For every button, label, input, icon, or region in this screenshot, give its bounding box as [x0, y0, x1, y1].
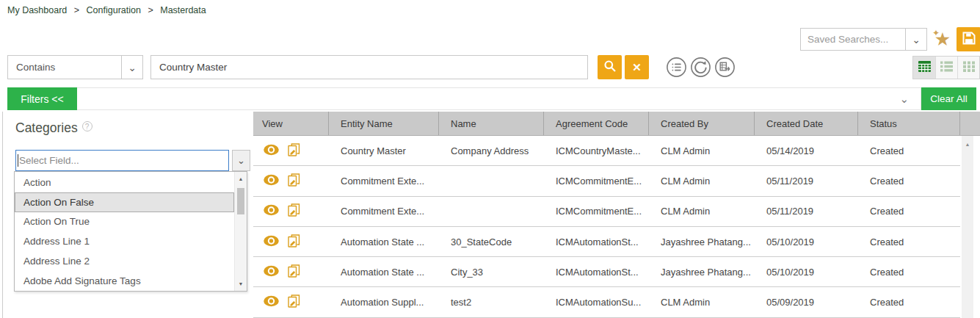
applied-filters-area: ⌄ — [77, 87, 921, 110]
view-mode-toggle — [912, 56, 980, 79]
sparkle-icon: ✦ — [932, 28, 940, 38]
category-option[interactable]: Action On True — [15, 212, 234, 232]
cell-created-by: Jayashree Phatang... — [649, 236, 755, 247]
edit-record-button[interactable] — [287, 173, 301, 189]
cell-status: Created — [858, 236, 960, 247]
cell-created-by: CLM Admin — [649, 297, 755, 308]
cell-name: Company Address — [439, 145, 544, 156]
view-record-button[interactable] — [263, 144, 280, 158]
category-option[interactable]: Action — [15, 173, 234, 192]
cell-status: Created — [858, 145, 960, 156]
list-circle-icon — [666, 69, 687, 80]
cell-created-date: 05/09/2019 — [755, 297, 858, 308]
cell-status: Created — [858, 206, 960, 217]
cell-created-by: Jayashree Phatang... — [649, 267, 755, 278]
category-option[interactable]: Address Line 2 — [15, 251, 234, 271]
scroll-up-icon[interactable]: ▲ — [235, 176, 247, 181]
scroll-down-icon[interactable]: ▼ — [235, 281, 247, 286]
column-header-created-by[interactable]: Created By — [649, 112, 755, 135]
export-excel-button[interactable] — [714, 57, 736, 78]
breadcrumb-configuration[interactable]: Configuration — [87, 5, 141, 15]
column-header-agreement-code[interactable]: Agreement Code — [544, 112, 649, 135]
favorite-search-button[interactable]: ★ ✦ — [930, 28, 955, 51]
category-option[interactable]: Action On False — [15, 192, 234, 212]
category-option[interactable]: Adobe Add Signature Tags — [15, 271, 234, 291]
edit-record-button[interactable] — [287, 294, 301, 311]
grid-view-icon — [963, 61, 975, 74]
row-actions-cell — [253, 294, 329, 311]
edit-pages-icon — [287, 203, 301, 220]
edit-pages-icon — [287, 264, 301, 281]
edit-record-button[interactable] — [287, 234, 301, 250]
view-record-button[interactable] — [263, 174, 280, 188]
view-record-button[interactable] — [263, 295, 280, 309]
search-icon — [603, 59, 617, 75]
edit-record-button[interactable] — [287, 203, 301, 220]
filters-toggle-button[interactable]: Filters << — [7, 87, 77, 110]
column-header-status[interactable]: Status — [858, 112, 960, 135]
search-query-input[interactable] — [150, 55, 588, 79]
eye-icon — [263, 295, 280, 309]
saved-search-toolbar: ⌄ ★ ✦ — [800, 27, 980, 51]
search-operator-select[interactable]: Contains ⌄ — [7, 55, 143, 79]
edit-record-button[interactable] — [287, 142, 301, 159]
categories-title: Categories — [15, 120, 78, 136]
category-option[interactable]: Address Line 1 — [15, 231, 234, 251]
select-field-placeholder: Select Field... — [18, 155, 79, 166]
filter-chevron-down-icon[interactable]: ⌄ — [899, 93, 909, 106]
cell-created-date: 05/10/2019 — [755, 236, 858, 247]
search-button[interactable] — [598, 55, 622, 79]
table-scrollbar[interactable]: ▲ — [962, 136, 973, 318]
row-actions-cell — [253, 264, 329, 281]
column-header-created-date[interactable]: Created Date — [755, 112, 858, 135]
help-icon[interactable]: ? — [82, 121, 92, 131]
list-view-button[interactable] — [935, 57, 957, 79]
eye-icon — [263, 174, 280, 188]
table-header: View Entity Name Name Agreement Code Cre… — [253, 112, 980, 136]
column-header-view[interactable]: View — [253, 112, 329, 135]
column-header-entity-name[interactable]: Entity Name — [329, 112, 439, 135]
row-actions-cell — [253, 203, 329, 220]
cell-agreement-code: ICMCommitmentE... — [544, 176, 649, 187]
breadcrumb-masterdata[interactable]: Masterdata — [160, 5, 206, 15]
table-row: Automation State ... City_33 ICMAutomati… — [253, 257, 960, 287]
row-actions-cell — [253, 173, 329, 189]
row-actions-cell — [253, 142, 329, 159]
field-chevron-down-icon[interactable]: ⌄ — [232, 150, 250, 171]
saved-searches-input[interactable] — [801, 29, 905, 50]
cell-created-by: CLM Admin — [649, 145, 755, 156]
select-columns-button[interactable] — [666, 57, 687, 78]
scrollbar-thumb[interactable] — [237, 188, 244, 214]
saved-searches-chevron-down-icon[interactable]: ⌄ — [905, 29, 926, 50]
breadcrumb-my-dashboard[interactable]: My Dashboard — [7, 5, 67, 15]
eye-icon — [263, 144, 280, 158]
view-record-button[interactable] — [263, 235, 280, 249]
save-search-button[interactable] — [957, 27, 980, 51]
close-icon: ✕ — [632, 61, 642, 74]
clear-all-filters-button[interactable]: Clear All — [921, 87, 976, 110]
cell-agreement-code: ICMCommitmentE... — [544, 206, 649, 217]
table-scroll-up-icon[interactable]: ▲ — [962, 142, 973, 147]
cell-agreement-code: ICMAutomationSu... — [544, 297, 649, 308]
cell-entity-name: Country Master — [329, 145, 439, 156]
edit-record-button[interactable] — [287, 264, 301, 281]
table-view-button[interactable] — [913, 57, 935, 79]
column-header-filler — [960, 112, 980, 135]
masterdata-page: My Dashboard > Configuration > Masterdat… — [0, 0, 980, 318]
clear-search-button[interactable]: ✕ — [625, 55, 649, 79]
select-field-input[interactable]: Select Field... — [15, 150, 229, 171]
grid-actions — [666, 57, 736, 78]
cell-created-date: 05/11/2019 — [755, 176, 858, 187]
refresh-button[interactable] — [690, 57, 711, 78]
cell-entity-name: Commitment Exte... — [329, 176, 439, 187]
view-record-button[interactable] — [263, 204, 280, 218]
breadcrumb-separator: > — [74, 5, 79, 15]
column-header-name[interactable]: Name — [439, 112, 544, 135]
view-record-button[interactable] — [263, 265, 280, 279]
eye-icon — [263, 204, 280, 218]
grid-view-button[interactable] — [957, 57, 979, 79]
dropdown-scrollbar[interactable]: ▲ ▼ — [234, 172, 247, 291]
table-row: Country Master Company Address ICMCountr… — [253, 136, 960, 166]
breadcrumb: My Dashboard > Configuration > Masterdat… — [7, 5, 206, 15]
cell-name: City_33 — [439, 267, 544, 278]
